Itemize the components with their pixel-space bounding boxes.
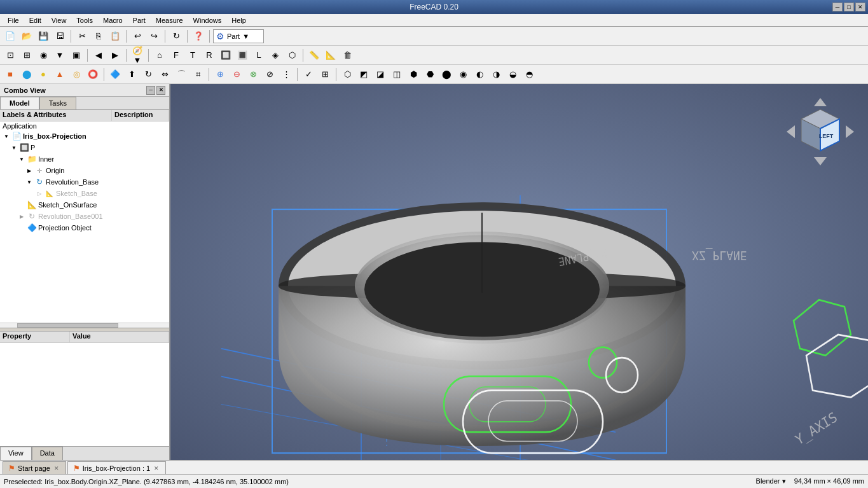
open-button[interactable]: 📂 — [19, 29, 34, 44]
menu-measure[interactable]: Measure — [151, 15, 188, 25]
part-more3[interactable]: ◪ — [373, 67, 388, 82]
boolean-cut[interactable]: ⊖ — [229, 67, 244, 82]
part-more11[interactable]: ◒ — [505, 67, 520, 82]
tree-sketch-onsurface[interactable]: ▶ 📐 Sketch_OnSurface — [0, 199, 169, 211]
box-button[interactable]: ■ — [3, 67, 18, 82]
part-more9[interactable]: ◐ — [472, 67, 487, 82]
nav-mode[interactable]: Blender ▾ — [756, 477, 786, 485]
menu-part[interactable]: Part — [128, 15, 151, 25]
view-isometric[interactable]: ◈ — [268, 48, 283, 63]
tree-p[interactable]: ▼ 🔲 P — [0, 142, 169, 153]
combo-close[interactable]: ✕ — [156, 86, 165, 95]
extrude-button[interactable]: ⬆ — [124, 67, 139, 82]
maximize-button[interactable]: □ — [844, 3, 854, 11]
back-button[interactable]: ◀ — [91, 48, 106, 63]
measure-linear[interactable]: 📏 — [307, 48, 322, 63]
save-button[interactable]: 💾 — [36, 29, 51, 44]
split-button[interactable]: ⋮ — [279, 67, 294, 82]
cylinder-button[interactable]: ⬤ — [19, 67, 34, 82]
refresh-button[interactable]: ↻ — [169, 29, 184, 44]
view-top[interactable]: T — [185, 48, 200, 63]
tab-model[interactable]: Model — [0, 97, 39, 109]
part-more7[interactable]: ⬤ — [439, 67, 454, 82]
tube-button[interactable]: ⭕ — [85, 67, 100, 82]
menu-help[interactable]: Help — [226, 15, 251, 25]
check-geometry[interactable]: ✓ — [301, 67, 316, 82]
forward-button[interactable]: ▶ — [107, 48, 123, 63]
part-more8[interactable]: ◉ — [455, 67, 471, 82]
window-controls[interactable]: ─ □ ✕ — [832, 3, 865, 11]
cut-button[interactable]: ✂ — [74, 29, 90, 44]
tree-rev-base-001[interactable]: ▶ ↻ Revolution_Base001 — [0, 211, 169, 222]
part-more5[interactable]: ⬢ — [406, 67, 421, 82]
view-persp[interactable]: ⬡ — [284, 48, 300, 63]
view-fit-all[interactable]: ⊡ — [3, 48, 18, 63]
view-right[interactable]: R — [202, 48, 217, 63]
part-more10[interactable]: ◑ — [488, 67, 504, 82]
boolean-int[interactable]: ⊗ — [245, 67, 261, 82]
workbench-dropdown[interactable]: ⚙ Part ▼ — [213, 29, 264, 43]
viewport-3d[interactable]: XZ_PLANE XY_PLANE Y_AXIS Z X — [170, 84, 868, 460]
props-content[interactable] — [0, 343, 169, 446]
arrow-sketch-base[interactable]: ▷ — [36, 190, 43, 197]
tree-sketch-base[interactable]: ▷ 📐 Sketch_Base — [0, 188, 169, 199]
view-home[interactable]: ⌂ — [152, 48, 167, 63]
draw-style[interactable]: ◉ — [36, 48, 51, 63]
torus-button[interactable]: ◎ — [69, 67, 84, 82]
revolve-button[interactable]: ↻ — [141, 67, 156, 82]
tab-iris-proj[interactable]: ⚑ Iris_box-Projection : 1 ✕ — [67, 461, 166, 474]
part-more4[interactable]: ◫ — [389, 67, 404, 82]
arrow-p[interactable]: ▼ — [10, 144, 18, 151]
create-shape[interactable]: 🔷 — [107, 67, 123, 82]
arrow-inner[interactable]: ▼ — [18, 155, 25, 163]
view-bottom[interactable]: 🔳 — [235, 48, 250, 63]
arrow-origin[interactable]: ▶ — [25, 167, 33, 174]
mirror-button[interactable]: ⇔ — [157, 67, 172, 82]
tree-area[interactable]: Application ▼ 📄 Iris_box-Projection ▼ 🔲 … — [0, 122, 169, 323]
tab-start-page[interactable]: ⚑ Start page ✕ — [3, 461, 66, 474]
help-button[interactable]: ❓ — [191, 29, 206, 44]
tree-iris-proj[interactable]: ▼ 📄 Iris_box-Projection — [0, 130, 169, 142]
nav-dropdown[interactable]: 🧭▼ — [130, 48, 145, 63]
menu-macro[interactable]: Macro — [98, 15, 128, 25]
menu-windows[interactable]: Windows — [188, 15, 227, 25]
redo-button[interactable]: ↪ — [146, 29, 162, 44]
tree-application[interactable]: Application — [0, 122, 169, 130]
arrow-iris-proj[interactable]: ▼ — [3, 132, 10, 140]
tab-iris-close[interactable]: ✕ — [153, 464, 160, 472]
boolean-xor[interactable]: ⊘ — [262, 67, 277, 82]
part-more12[interactable]: ◓ — [521, 67, 537, 82]
cone-button[interactable]: ▲ — [52, 67, 67, 82]
view-box-sel[interactable]: ▣ — [69, 48, 84, 63]
tree-origin[interactable]: ▶ ✛ Origin — [0, 165, 169, 176]
new-button[interactable]: 📄 — [3, 29, 18, 44]
menu-tools[interactable]: Tools — [71, 15, 98, 25]
view-fit-sel[interactable]: ⊞ — [19, 48, 34, 63]
chamfer-button[interactable]: ⌗ — [190, 67, 205, 82]
view-front[interactable]: F — [169, 48, 184, 63]
measure-clear[interactable]: ⊞ — [317, 67, 333, 82]
undo-button[interactable]: ↩ — [130, 29, 145, 44]
tab-tasks[interactable]: Tasks — [39, 97, 76, 109]
part-more1[interactable]: ⬡ — [340, 67, 355, 82]
close-button[interactable]: ✕ — [855, 3, 865, 11]
boolean-union[interactable]: ⊕ — [212, 67, 228, 82]
tab-data[interactable]: Data — [32, 447, 63, 460]
sphere-button[interactable]: ● — [36, 67, 51, 82]
paste-button[interactable]: 📋 — [107, 29, 123, 44]
arrow-rev-base[interactable]: ▼ — [25, 178, 33, 186]
combo-minimize[interactable]: ─ — [146, 86, 155, 95]
copy-button[interactable]: ⎘ — [91, 29, 106, 44]
fillet-button[interactable]: ⌒ — [174, 67, 189, 82]
save-as-button[interactable]: 🖫 — [52, 29, 67, 44]
menu-file[interactable]: File — [3, 15, 24, 25]
tab-view[interactable]: View — [0, 447, 32, 460]
view-rear[interactable]: 🔲 — [218, 48, 233, 63]
draw-style-arrow[interactable]: ▼ — [52, 48, 67, 63]
minimize-button[interactable]: ─ — [832, 3, 843, 11]
h-scrollbar[interactable] — [0, 323, 169, 328]
tree-revolution-base[interactable]: ▼ ↻ Revolution_Base — [0, 176, 169, 188]
menu-view[interactable]: View — [46, 15, 72, 25]
part-more6[interactable]: ⬣ — [422, 67, 437, 82]
tree-inner[interactable]: ▼ 📁 Inner — [0, 153, 169, 165]
